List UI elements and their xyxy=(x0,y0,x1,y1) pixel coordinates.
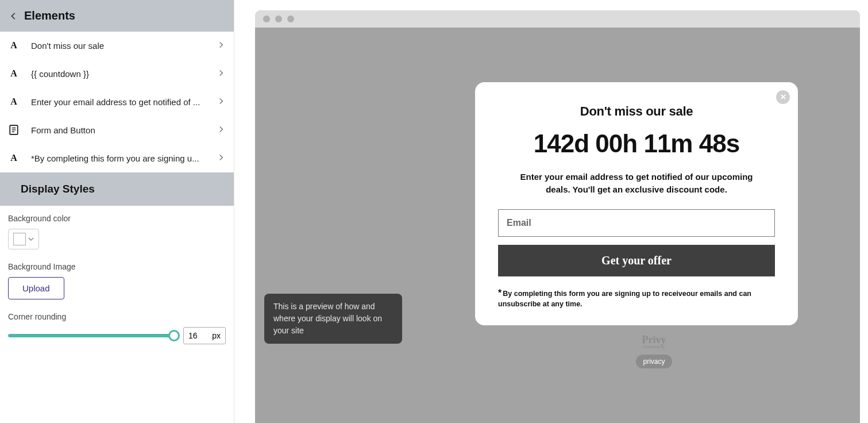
popup-fine-print: By completing this form you are signing … xyxy=(498,287,775,310)
bg-image-label: Background Image xyxy=(8,262,226,271)
color-swatch xyxy=(13,233,26,245)
email-input[interactable] xyxy=(498,209,775,237)
elements-list: A Don't miss our sale A {{ countdown }} … xyxy=(0,32,234,172)
window-dot xyxy=(263,16,270,22)
chevron-left-icon xyxy=(10,12,18,20)
powered-by-label: Powered by xyxy=(642,345,666,349)
chevron-right-icon xyxy=(218,41,226,49)
element-label: *By completing this form you are signing… xyxy=(31,153,206,163)
popup: Don't miss our sale 142d 00h 11m 48s Ent… xyxy=(475,82,798,326)
back-button[interactable] xyxy=(9,11,18,21)
corner-rounding-value[interactable]: 16 px xyxy=(183,327,226,344)
element-row[interactable]: A Don't miss our sale xyxy=(0,32,234,60)
upload-button[interactable]: Upload xyxy=(8,277,64,299)
window-dot xyxy=(275,16,282,22)
chevron-down-icon xyxy=(28,236,34,242)
sidebar: Elements A Don't miss our sale A {{ coun… xyxy=(0,0,234,423)
popup-countdown: 142d 00h 11m 48s xyxy=(498,129,775,158)
text-icon: A xyxy=(8,40,20,51)
text-icon: A xyxy=(8,152,20,164)
element-label: Don't miss our sale xyxy=(31,41,206,51)
popup-footer: Privy Powered by privacy xyxy=(636,334,672,368)
privy-logo: Privy xyxy=(642,334,666,345)
chevron-right-icon xyxy=(218,126,226,134)
preview-tooltip: This is a preview of how and where your … xyxy=(264,294,402,344)
popup-subtext: Enter your email address to get notified… xyxy=(498,171,775,197)
display-styles-title: Display Styles xyxy=(21,183,226,195)
element-label: Form and Button xyxy=(31,125,206,135)
privacy-link[interactable]: privacy xyxy=(636,355,672,368)
chevron-right-icon xyxy=(218,98,226,106)
preview-area: This is a preview of how and where your … xyxy=(234,0,868,423)
text-icon: A xyxy=(8,96,20,107)
text-icon: A xyxy=(8,68,20,79)
element-label: {{ countdown }} xyxy=(31,69,206,79)
corner-rounding-slider[interactable] xyxy=(8,334,174,337)
element-row[interactable]: A {{ countdown }} xyxy=(0,60,234,88)
preview-canvas: This is a preview of how and where your … xyxy=(255,28,860,423)
bg-color-picker[interactable] xyxy=(8,229,39,249)
popup-heading: Don't miss our sale xyxy=(498,104,775,119)
form-icon xyxy=(8,124,20,136)
element-row[interactable]: Form and Button xyxy=(0,116,234,144)
corner-unit: px xyxy=(212,331,221,340)
browser-titlebar xyxy=(255,10,860,28)
element-row[interactable]: A Enter your email address to get notifi… xyxy=(0,88,234,116)
chevron-right-icon xyxy=(218,70,226,78)
style-controls: Background color Background Image Upload… xyxy=(0,206,234,365)
close-icon xyxy=(780,94,786,100)
corner-rounding-label: Corner rounding xyxy=(8,312,226,321)
element-row[interactable]: A *By completing this form you are signi… xyxy=(0,144,234,172)
browser-frame: This is a preview of how and where your … xyxy=(255,10,860,423)
sidebar-title: Elements xyxy=(24,9,75,22)
display-styles-header: Display Styles xyxy=(0,172,234,206)
window-dot xyxy=(287,16,294,22)
cta-button[interactable]: Get your offer xyxy=(498,245,775,276)
slider-thumb[interactable] xyxy=(168,330,180,341)
bg-color-label: Background color xyxy=(8,214,226,223)
element-label: Enter your email address to get notified… xyxy=(31,97,206,107)
corner-value: 16 xyxy=(188,331,198,340)
close-button[interactable] xyxy=(776,90,790,104)
privy-branding: Privy Powered by xyxy=(642,334,666,349)
sidebar-header: Elements xyxy=(0,0,234,32)
chevron-right-icon xyxy=(218,154,226,162)
